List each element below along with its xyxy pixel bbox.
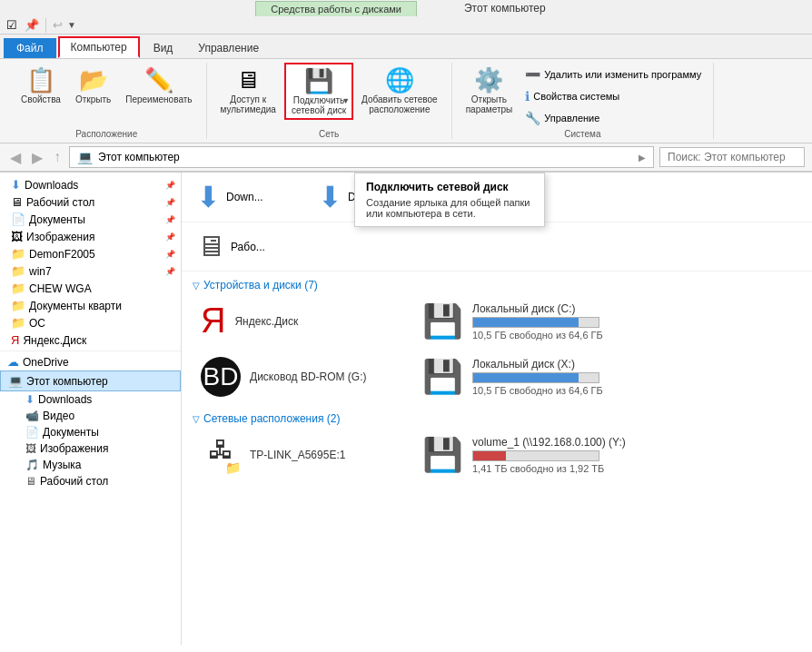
ribbon-right-btns: ➖ Удалить или изменить программу ℹ Свойс…: [520, 63, 706, 128]
sidebar-item-video[interactable]: 📹 Видео: [0, 408, 181, 424]
drive-tp-link[interactable]: 🖧 📁 TP-LINK_A5695E:1: [193, 429, 411, 481]
qa-checkbox[interactable]: ☑: [4, 17, 20, 33]
tooltip-title: Подключить сетевой диск: [366, 181, 533, 193]
btn-system-props[interactable]: ℹ Свойства системы: [520, 86, 706, 106]
drive-yandex[interactable]: Я Яндекс.Диск: [193, 295, 411, 347]
ribbon-tabs-row: Файл Компьютер Вид Управление: [0, 35, 812, 58]
sidebar-item-chew-wga[interactable]: 📁 CHEW WGA: [0, 280, 181, 297]
sidebar-item-music[interactable]: 🎵 Музыка: [0, 457, 181, 473]
ribbon-group-network: 🖥 Доступ к мультимедиа 💾 Подключить сете…: [207, 63, 452, 139]
sidebar-item-documents3[interactable]: 📄 Документы: [0, 424, 181, 440]
btn-uninstall[interactable]: ➖ Удалить или изменить программу: [520, 64, 706, 84]
btn-connect-disk[interactable]: 💾 Подключить сетевой диск ▼: [284, 63, 353, 120]
title-bar-area: Средства работы с дисками Этот компьютер…: [0, 0, 812, 173]
connect-disk-dropdown-arrow[interactable]: ▼: [342, 96, 350, 105]
disk-tools-tab[interactable]: Средства работы с дисками: [255, 1, 417, 16]
ribbon-group-network-label: Сеть: [214, 129, 444, 139]
sidebar: ⬇ Downloads 📌 🖥 Рабочий стол 📌 📄 Докумен…: [0, 173, 182, 645]
tab-manage[interactable]: Управление: [186, 37, 271, 58]
search-input[interactable]: [659, 147, 805, 167]
tab-view[interactable]: Вид: [142, 37, 185, 58]
window-title: Этот компьютер: [453, 0, 557, 16]
btn-add-network[interactable]: 🌐 Добавить сетевое расположение: [355, 63, 444, 118]
sidebar-item-images[interactable]: 🖼 Изображения 📌: [0, 228, 181, 245]
sidebar-separator: [0, 351, 181, 351]
sidebar-item-demonf2005[interactable]: 📁 DemonF2005 📌: [0, 245, 181, 262]
tab-computer[interactable]: Компьютер: [58, 36, 140, 58]
address-path-box[interactable]: 💻 Этот компьютер ▶: [69, 146, 654, 168]
section-devices: ▽ Устройства и диски (7) Я Яндекс.Диск 💾…: [182, 272, 812, 405]
nav-up[interactable]: ↑: [51, 149, 64, 165]
drives-grid: Я Яндекс.Диск 💾 Локальный диск (C:) 10,5…: [193, 295, 801, 403]
drive-volume1[interactable]: 💾 volume_1 (\\192.168.0.100) (Y:) 1,41 Т…: [414, 429, 634, 481]
btn-open[interactable]: 📂 Открыть: [69, 63, 117, 108]
main-area: ⬇ Downloads 📌 🖥 Рабочий стол 📌 📄 Докумен…: [0, 173, 812, 645]
item-downloads-content[interactable]: ⬇ Down...: [189, 176, 307, 218]
sidebar-item-win7[interactable]: 📁 win7 📌: [0, 262, 181, 280]
sidebar-item-images2[interactable]: 🖼 Изображения: [0, 440, 181, 457]
ribbon-group-location: 📋 Свойства 📂 Открыть ✏️ Переименовать Ра…: [7, 63, 207, 139]
ribbon-body: 📋 Свойства 📂 Открыть ✏️ Переименовать Ра…: [0, 58, 812, 143]
drive-local-x[interactable]: 💾 Локальный диск (X:) 10,5 ГБ свободно и…: [414, 351, 632, 403]
quick-access-toolbar: ☑ 📌 ↩ ▼: [0, 16, 812, 35]
sidebar-item-documents[interactable]: 📄 Документы 📌: [0, 211, 181, 228]
btn-properties[interactable]: 📋 Свойства: [15, 63, 67, 108]
btn-manage[interactable]: 🔧 Управление: [520, 108, 706, 128]
content-area: ⬇ Down... ⬇ Dow... 🎬 Видео 🖥 Рабо... ▽: [182, 173, 812, 645]
sidebar-item-oc[interactable]: 📁 ОС: [0, 314, 181, 331]
sidebar-item-downloads-quick[interactable]: ⬇ Downloads 📌: [0, 176, 181, 193]
qa-separator: [45, 18, 46, 33]
ribbon-group-system-label: Система: [460, 129, 706, 139]
sidebar-item-downloads[interactable]: ⬇ Downloads: [0, 391, 181, 408]
context-tabs-row: Средства работы с дисками Этот компьютер: [0, 0, 812, 16]
sidebar-item-desktop[interactable]: 🖥 Рабочий стол 📌: [0, 193, 181, 211]
qa-undo[interactable]: ↩: [50, 17, 65, 33]
section-network-header[interactable]: ▽ Сетевые расположения (2): [193, 412, 801, 425]
nav-back[interactable]: ◀: [7, 149, 24, 166]
tooltip-description: Создание ярлыка для общей папки или комп…: [366, 197, 533, 219]
btn-rename[interactable]: ✏️ Переименовать: [119, 63, 198, 108]
sidebar-item-desktop2[interactable]: 🖥 Рабочий стол: [0, 473, 181, 489]
sidebar-item-onedrive[interactable]: ☁ OneDrive: [0, 353, 181, 370]
sidebar-item-documents2[interactable]: 📁 Документы кварти: [0, 297, 181, 314]
section-network: ▽ Сетевые расположения (2) 🖧 📁 TP-LINK_A…: [182, 405, 812, 483]
btn-multimedia[interactable]: 🖥 Доступ к мультимедиа: [214, 63, 282, 118]
section-devices-header[interactable]: ▽ Устройства и диски (7): [193, 279, 801, 291]
tab-file[interactable]: Файл: [4, 38, 56, 58]
drive-bd-rom[interactable]: BD Дисковод BD-ROM (G:): [193, 351, 411, 403]
qa-dropdown[interactable]: ▼: [67, 20, 76, 30]
btn-open-settings[interactable]: ⚙️ Открыть параметры: [460, 63, 520, 118]
nav-forward[interactable]: ▶: [29, 149, 45, 166]
sidebar-item-this-computer[interactable]: 💻 Этот компьютер: [0, 370, 181, 391]
item-rabochiy[interactable]: 🖥 Рабо...: [189, 226, 307, 267]
drive-local-c[interactable]: 💾 Локальный диск (C:) 10,5 ГБ свободно и…: [414, 295, 632, 347]
qa-pin[interactable]: 📌: [22, 17, 42, 33]
ribbon-group-location-label: Расположение: [15, 129, 199, 139]
network-grid: 🖧 📁 TP-LINK_A5695E:1 💾 volume_1 (\\192.1…: [193, 429, 801, 481]
second-items-row: 🖥 Рабо...: [182, 222, 812, 272]
ribbon-group-system: ⚙️ Открыть параметры ➖ Удалить или измен…: [452, 63, 714, 139]
address-bar: ◀ ▶ ↑ 💻 Этот компьютер ▶: [0, 143, 812, 172]
sidebar-item-yandex[interactable]: Я Яндекс.Диск: [0, 331, 181, 349]
tooltip-popup: Подключить сетевой диск Создание ярлыка …: [354, 173, 545, 227]
